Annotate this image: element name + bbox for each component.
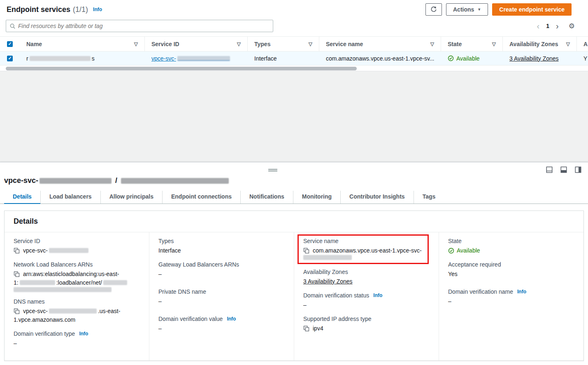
details-column-2: Types Interface Gateway Load Balancers A… <box>149 232 294 360</box>
field-label: Types <box>158 238 174 244</box>
page-toolbar: Endpoint services (1/1) Info Actions ▼ C… <box>0 0 588 19</box>
select-all-checkbox-cell: ✓ <box>0 37 20 51</box>
pagination-next-button[interactable]: › <box>553 22 562 30</box>
filter-icon[interactable]: ▽ <box>430 41 434 47</box>
actions-button[interactable]: Actions ▼ <box>446 3 488 16</box>
content-background <box>0 71 588 162</box>
tab-contributor-insights[interactable]: Contributor Insights <box>340 191 414 204</box>
redacted-text <box>20 280 55 285</box>
search-box[interactable] <box>6 20 273 32</box>
info-link[interactable]: Info <box>517 289 526 295</box>
field-private-dns-name: Private DNS name – <box>158 288 285 306</box>
filter-icon[interactable]: ▽ <box>492 41 496 47</box>
caret-down-icon: ▼ <box>477 8 481 12</box>
check-circle-icon <box>448 248 454 254</box>
filter-icon[interactable]: ▽ <box>134 41 138 47</box>
field-label: Acceptance required <box>448 261 501 268</box>
status-badge: Available <box>448 246 480 255</box>
redacted-text <box>303 255 352 260</box>
cell-availability-zones: 3 Availability Zones <box>503 51 577 65</box>
field-acceptance-required: Acceptance required Yes <box>448 261 574 278</box>
header-info-link[interactable]: Info <box>93 7 102 12</box>
select-all-checkbox[interactable]: ✓ <box>7 41 13 47</box>
tab-tags[interactable]: Tags <box>414 191 444 204</box>
copy-icon[interactable] <box>14 248 20 254</box>
field-label: Supported IP address type <box>303 316 372 322</box>
column-header-service-id[interactable]: Service ID ▽ <box>145 37 248 51</box>
field-label: Network Load Balancers ARNs <box>14 261 93 268</box>
panel-position-bottom-icon[interactable] <box>560 166 567 173</box>
field-state: State Available <box>448 238 574 255</box>
copy-icon[interactable] <box>14 308 20 314</box>
split-panel: vpce-svc- / Details Load balancers Allow… <box>0 162 588 365</box>
copy-icon[interactable] <box>303 248 309 254</box>
detail-tabs: Details Load balancers Allow principals … <box>0 191 588 204</box>
selected-resource-title: vpce-svc- / <box>4 176 581 185</box>
column-header-state[interactable]: State ▽ <box>441 37 503 51</box>
field-types: Types Interface <box>158 238 285 255</box>
panel-collapse-icon[interactable] <box>546 166 553 173</box>
field-label: Gateway Load Balancers ARNs <box>158 261 239 268</box>
table-row[interactable]: ✓ r s vpce-svc- Interface com.amazonaws.… <box>0 51 588 66</box>
tab-details[interactable]: Details <box>4 191 40 204</box>
annotation-highlight-box: Service name com.amazonaws.vpce.us-east-… <box>297 234 429 264</box>
refresh-button[interactable] <box>425 3 442 16</box>
filter-icon[interactable]: ▽ <box>566 41 570 47</box>
column-header-name[interactable]: Name ▽ <box>20 37 145 51</box>
row-checkbox[interactable]: ✓ <box>7 56 13 61</box>
row-checkbox-cell: ✓ <box>0 51 20 65</box>
split-panel-drag-handle[interactable] <box>268 168 277 172</box>
redacted-text <box>49 309 97 314</box>
create-endpoint-service-button[interactable]: Create endpoint service <box>492 3 572 16</box>
cell-service-name: com.amazonaws.vpce.us-east-1.vpce-sv... <box>319 51 441 65</box>
pagination: ‹ 1 › ⚙ <box>534 22 575 30</box>
availability-zones-link[interactable]: 3 Availability Zones <box>303 277 353 286</box>
info-link[interactable]: Info <box>227 316 236 322</box>
status-badge: Available <box>448 55 480 62</box>
horizontal-scrollbar-thumb[interactable] <box>6 67 357 70</box>
tab-load-balancers[interactable]: Load balancers <box>40 191 100 204</box>
tab-monitoring[interactable]: Monitoring <box>293 191 340 204</box>
pagination-current-page[interactable]: 1 <box>544 23 552 29</box>
field-label: Service name <box>303 238 339 244</box>
info-link[interactable]: Info <box>373 292 382 298</box>
preferences-gear-icon[interactable]: ⚙ <box>569 23 575 30</box>
redacted-text <box>121 178 229 184</box>
info-link[interactable]: Info <box>79 331 88 337</box>
column-header-availability-zones[interactable]: Availability Zones ▽ <box>503 37 577 51</box>
field-label: Domain verification value <box>158 316 223 322</box>
details-column-4: State Available Acceptance required <box>439 232 583 360</box>
redacted-text <box>30 56 91 61</box>
availability-zones-link[interactable]: 3 Availability Zones <box>509 55 559 62</box>
field-label: Availability Zones <box>303 269 348 275</box>
details-column-1: Service ID vpce-svc- Network Load Balanc… <box>5 232 149 360</box>
column-header-types[interactable]: Types ▽ <box>248 37 319 51</box>
field-label: Service ID <box>14 238 40 244</box>
tab-allow-principals[interactable]: Allow principals <box>100 191 162 204</box>
column-header-acceptance[interactable]: A <box>577 37 588 51</box>
filter-icon[interactable]: ▽ <box>237 41 241 47</box>
toolbar-actions: Actions ▼ Create endpoint service <box>425 3 572 16</box>
field-label: Domain verification name <box>448 288 513 295</box>
search-input[interactable] <box>18 23 270 29</box>
field-label: State <box>448 238 462 244</box>
details-column-3: Service name com.amazonaws.vpce.us-east-… <box>294 232 439 360</box>
field-label: Private DNS name <box>158 288 206 295</box>
pagination-prev-button[interactable]: ‹ <box>534 22 543 30</box>
tab-notifications[interactable]: Notifications <box>240 191 293 204</box>
check-circle-icon <box>448 55 454 61</box>
panel-position-side-icon[interactable] <box>575 166 581 173</box>
cell-name: r s <box>20 51 145 65</box>
tab-endpoint-connections[interactable]: Endpoint connections <box>162 191 240 204</box>
column-header-service-name[interactable]: Service name ▽ <box>319 37 441 51</box>
field-label: Domain verification type <box>14 330 75 337</box>
cell-state: Available <box>441 51 503 65</box>
refresh-icon <box>430 6 437 13</box>
resource-count: (1/1) <box>73 5 88 14</box>
field-domain-verification-type: Domain verification type Info – <box>14 330 140 348</box>
service-id-link[interactable]: vpce-svc- <box>151 55 231 62</box>
copy-icon[interactable] <box>14 271 20 277</box>
filter-icon[interactable]: ▽ <box>309 41 312 47</box>
field-domain-verification-value: Domain verification value Info – <box>158 316 285 333</box>
copy-icon[interactable] <box>303 325 309 332</box>
